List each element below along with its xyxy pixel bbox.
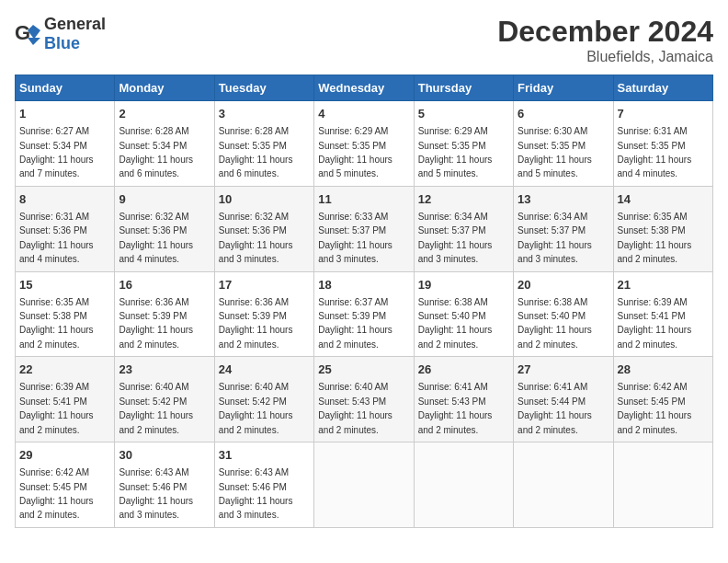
day-cell-4: 4 Sunrise: 6:29 AMSunset: 5:35 PMDayligh… (314, 101, 414, 187)
day-info: Sunrise: 6:39 AMSunset: 5:41 PMDaylight:… (618, 297, 692, 350)
day-cell-7: 7 Sunrise: 6:31 AMSunset: 5:35 PMDayligh… (613, 101, 712, 187)
day-info: Sunrise: 6:36 AMSunset: 5:39 PMDaylight:… (119, 297, 193, 350)
day-info: Sunrise: 6:34 AMSunset: 5:37 PMDaylight:… (518, 212, 592, 264)
day-info: Sunrise: 6:41 AMSunset: 5:44 PMDaylight:… (518, 382, 592, 434)
calendar-body: 1 Sunrise: 6:27 AMSunset: 5:34 PMDayligh… (16, 101, 713, 528)
col-friday: Friday (514, 75, 613, 101)
day-cell-3: 3 Sunrise: 6:28 AMSunset: 5:35 PMDayligh… (214, 101, 313, 187)
day-cell-22: 22 Sunrise: 6:39 AMSunset: 5:41 PMDaylig… (16, 357, 115, 442)
col-saturday: Saturday (613, 75, 712, 101)
day-number: 19 (418, 277, 509, 293)
empty-cell (414, 442, 513, 528)
day-cell-1: 1 Sunrise: 6:27 AMSunset: 5:34 PMDayligh… (16, 101, 115, 187)
day-cell-12: 12 Sunrise: 6:34 AMSunset: 5:37 PMDaylig… (414, 186, 513, 271)
title-area: December 2024 Bluefields, Jamaica (497, 15, 713, 65)
day-cell-6: 6 Sunrise: 6:30 AMSunset: 5:35 PMDayligh… (514, 101, 613, 187)
day-number: 16 (119, 277, 210, 293)
day-info: Sunrise: 6:38 AMSunset: 5:40 PMDaylight:… (518, 297, 592, 350)
day-info: Sunrise: 6:40 AMSunset: 5:42 PMDaylight:… (119, 382, 193, 434)
empty-cell (514, 442, 613, 528)
day-cell-30: 30 Sunrise: 6:43 AMSunset: 5:46 PMDaylig… (115, 442, 214, 528)
day-cell-26: 26 Sunrise: 6:41 AMSunset: 5:43 PMDaylig… (414, 357, 513, 442)
day-cell-8: 8 Sunrise: 6:31 AMSunset: 5:36 PMDayligh… (16, 186, 115, 271)
day-number: 12 (418, 191, 509, 208)
day-number: 24 (219, 362, 310, 378)
day-number: 29 (19, 447, 110, 464)
day-number: 26 (418, 362, 509, 378)
day-info: Sunrise: 6:35 AMSunset: 5:38 PMDaylight:… (618, 212, 692, 264)
day-cell-16: 16 Sunrise: 6:36 AMSunset: 5:39 PMDaylig… (115, 271, 214, 357)
day-number: 20 (518, 277, 609, 293)
day-number: 7 (618, 106, 709, 122)
day-cell-24: 24 Sunrise: 6:40 AMSunset: 5:42 PMDaylig… (214, 357, 313, 442)
day-number: 15 (19, 277, 110, 293)
day-number: 30 (119, 447, 210, 464)
day-info: Sunrise: 6:32 AMSunset: 5:36 PMDaylight:… (119, 212, 193, 264)
day-number: 25 (318, 362, 409, 378)
col-wednesday: Wednesday (314, 75, 414, 101)
col-thursday: Thursday (414, 75, 513, 101)
day-cell-18: 18 Sunrise: 6:37 AMSunset: 5:39 PMDaylig… (314, 271, 414, 357)
day-info: Sunrise: 6:34 AMSunset: 5:37 PMDaylight:… (418, 212, 493, 264)
location-title: Bluefields, Jamaica (497, 49, 713, 65)
day-number: 27 (518, 362, 609, 378)
day-cell-5: 5 Sunrise: 6:29 AMSunset: 5:35 PMDayligh… (414, 101, 513, 187)
empty-cell (613, 442, 712, 528)
day-info: Sunrise: 6:31 AMSunset: 5:36 PMDaylight:… (19, 212, 94, 264)
day-cell-28: 28 Sunrise: 6:42 AMSunset: 5:45 PMDaylig… (613, 357, 712, 442)
day-info: Sunrise: 6:35 AMSunset: 5:38 PMDaylight:… (19, 297, 94, 350)
month-title: December 2024 (497, 15, 713, 49)
day-cell-31: 31 Sunrise: 6:43 AMSunset: 5:46 PMDaylig… (214, 442, 313, 528)
day-number: 28 (618, 362, 709, 378)
day-info: Sunrise: 6:42 AMSunset: 5:45 PMDaylight:… (618, 382, 692, 434)
day-number: 14 (618, 191, 709, 208)
day-cell-9: 9 Sunrise: 6:32 AMSunset: 5:36 PMDayligh… (115, 186, 214, 271)
page-header: G General Blue December 2024 Bluefields,… (15, 15, 713, 65)
day-info: Sunrise: 6:39 AMSunset: 5:41 PMDaylight:… (19, 382, 94, 434)
day-info: Sunrise: 6:29 AMSunset: 5:35 PMDaylight:… (318, 126, 392, 178)
day-cell-13: 13 Sunrise: 6:34 AMSunset: 5:37 PMDaylig… (514, 186, 613, 271)
day-number: 31 (219, 447, 310, 464)
day-number: 8 (19, 191, 110, 208)
empty-cell (314, 442, 414, 528)
day-cell-14: 14 Sunrise: 6:35 AMSunset: 5:38 PMDaylig… (613, 186, 712, 271)
day-cell-15: 15 Sunrise: 6:35 AMSunset: 5:38 PMDaylig… (16, 271, 115, 357)
day-number: 11 (318, 191, 409, 208)
day-info: Sunrise: 6:29 AMSunset: 5:35 PMDaylight:… (418, 126, 493, 178)
day-info: Sunrise: 6:32 AMSunset: 5:36 PMDaylight:… (219, 212, 293, 264)
logo-text-general: General (44, 15, 106, 33)
day-info: Sunrise: 6:43 AMSunset: 5:46 PMDaylight:… (119, 467, 193, 520)
day-info: Sunrise: 6:28 AMSunset: 5:35 PMDaylight:… (219, 126, 293, 178)
calendar-header: Sunday Monday Tuesday Wednesday Thursday… (16, 75, 713, 101)
day-number: 13 (518, 191, 609, 208)
day-number: 5 (418, 106, 509, 122)
day-cell-21: 21 Sunrise: 6:39 AMSunset: 5:41 PMDaylig… (613, 271, 712, 357)
logo: G General Blue (15, 15, 106, 53)
day-info: Sunrise: 6:30 AMSunset: 5:35 PMDaylight:… (518, 126, 592, 178)
day-cell-11: 11 Sunrise: 6:33 AMSunset: 5:37 PMDaylig… (314, 186, 414, 271)
day-info: Sunrise: 6:31 AMSunset: 5:35 PMDaylight:… (618, 126, 692, 178)
day-info: Sunrise: 6:42 AMSunset: 5:45 PMDaylight:… (19, 467, 94, 520)
day-cell-27: 27 Sunrise: 6:41 AMSunset: 5:44 PMDaylig… (514, 357, 613, 442)
day-info: Sunrise: 6:43 AMSunset: 5:46 PMDaylight:… (219, 467, 293, 520)
day-number: 23 (119, 362, 210, 378)
day-number: 22 (19, 362, 110, 378)
day-number: 4 (318, 106, 409, 122)
day-info: Sunrise: 6:36 AMSunset: 5:39 PMDaylight:… (219, 297, 293, 350)
calendar-table: Sunday Monday Tuesday Wednesday Thursday… (15, 75, 713, 528)
day-info: Sunrise: 6:37 AMSunset: 5:39 PMDaylight:… (318, 297, 392, 350)
day-info: Sunrise: 6:27 AMSunset: 5:34 PMDaylight:… (19, 126, 94, 178)
day-info: Sunrise: 6:40 AMSunset: 5:43 PMDaylight:… (318, 382, 392, 434)
day-number: 1 (19, 106, 110, 122)
col-sunday: Sunday (16, 75, 115, 101)
day-cell-17: 17 Sunrise: 6:36 AMSunset: 5:39 PMDaylig… (214, 271, 313, 357)
day-number: 17 (219, 277, 310, 293)
logo-text-blue: Blue (44, 34, 80, 52)
svg-text:G: G (15, 21, 30, 44)
col-monday: Monday (115, 75, 214, 101)
day-cell-19: 19 Sunrise: 6:38 AMSunset: 5:40 PMDaylig… (414, 271, 513, 357)
day-number: 6 (518, 106, 609, 122)
day-info: Sunrise: 6:41 AMSunset: 5:43 PMDaylight:… (418, 382, 493, 434)
day-cell-2: 2 Sunrise: 6:28 AMSunset: 5:34 PMDayligh… (115, 101, 214, 187)
day-cell-25: 25 Sunrise: 6:40 AMSunset: 5:43 PMDaylig… (314, 357, 414, 442)
